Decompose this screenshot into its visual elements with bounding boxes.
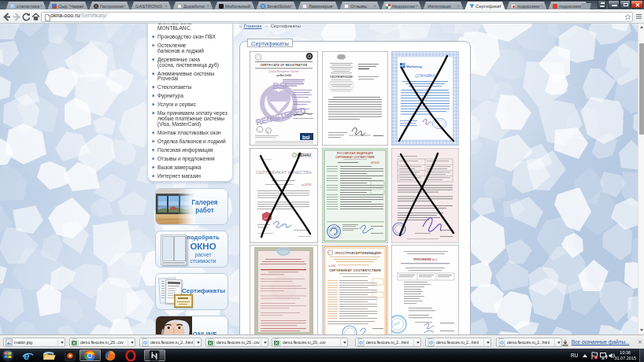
svg-text:СПРАВКА: СПРАВКА [415, 73, 435, 79]
svg-text:ПРИЛОЖЕНИЕ № 1: ПРИЛОЖЕНИЕ № 1 [413, 258, 437, 261]
svg-text:СЕРТИФИКАТ КАЧЕСТВА: СЕРТИФИКАТ КАЧЕСТВА [256, 170, 312, 175]
svg-text:0650518: 0650518 [371, 161, 379, 164]
svg-text:СЕРТИФИКАТ СООТВЕТСТВИЯ: СЕРТИФИКАТ СООТВЕТСТВИЯ [335, 156, 374, 159]
svg-text:CERTIFICATE OF REGISTRATION: CERTIFICATE OF REGISTRATION [261, 64, 308, 67]
svg-text:bsi: bsi [302, 135, 310, 140]
svg-text:Quality Management System: Quality Management System [268, 70, 298, 73]
svg-text:Q: Q [267, 130, 269, 133]
svg-text:СЕРТИФИКАТ СООТВЕТСТВИЯ: СЕРТИФИКАТ СООТВЕТСТВИЯ [329, 269, 381, 272]
svg-text:«РОССТРОЙСЕРТИФИКАЦИЯ»: «РОССТРОЙСЕРТИФИКАЦИЯ» [335, 252, 382, 255]
svg-text:№ 0001: № 0001 [328, 264, 336, 268]
svg-text:e: e [24, 350, 30, 361]
svg-text:РОССИЙСКАЯ ФЕДЕРАЦИЯ: РОССИЙСКАЯ ФЕДЕРАЦИЯ [337, 152, 373, 155]
svg-text:№ 02724: № 02724 [302, 183, 312, 187]
svg-text:ГОССТРОЙ РОССИИ: ГОССТРОЙ РОССИИ [330, 76, 352, 79]
svg-text:proWew GmbH: proWew GmbH [276, 74, 291, 77]
svg-text:Marketing: Marketing [406, 65, 422, 68]
